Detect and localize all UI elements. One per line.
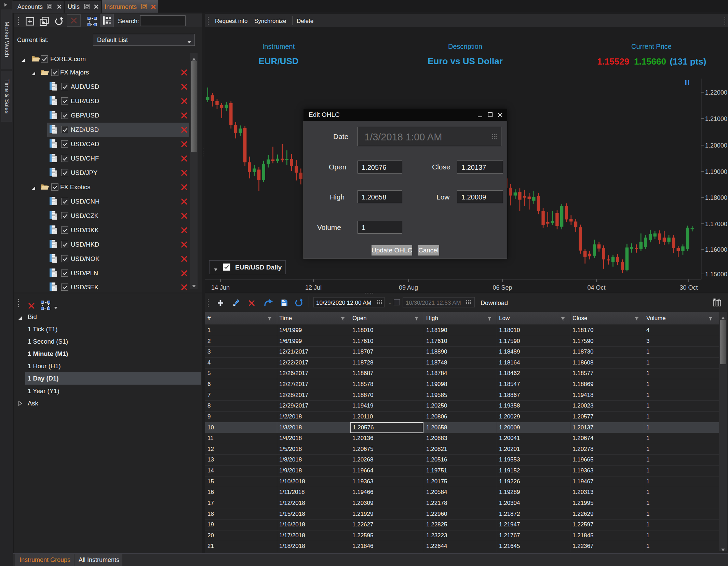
svg-text:1.17000: 1.17000 — [705, 221, 727, 227]
svg-text:1.18000: 1.18000 — [705, 194, 727, 201]
svg-text:04 Oct: 04 Oct — [587, 284, 605, 291]
svg-text:1.21000: 1.21000 — [705, 115, 727, 122]
svg-text:1.16000: 1.16000 — [705, 246, 727, 253]
svg-text:1.15000: 1.15000 — [705, 271, 727, 278]
svg-text:1.19000: 1.19000 — [705, 168, 727, 175]
svg-text:1.20000: 1.20000 — [705, 142, 727, 149]
svg-text:30 Oct: 30 Oct — [679, 284, 698, 291]
svg-text:06 Sep: 06 Sep — [493, 284, 512, 291]
svg-text:14 Jun: 14 Jun — [211, 284, 230, 291]
svg-text:12 Jul: 12 Jul — [305, 284, 322, 291]
svg-text:1.22000: 1.22000 — [705, 89, 727, 96]
svg-text:09 Aug: 09 Aug — [399, 284, 418, 291]
